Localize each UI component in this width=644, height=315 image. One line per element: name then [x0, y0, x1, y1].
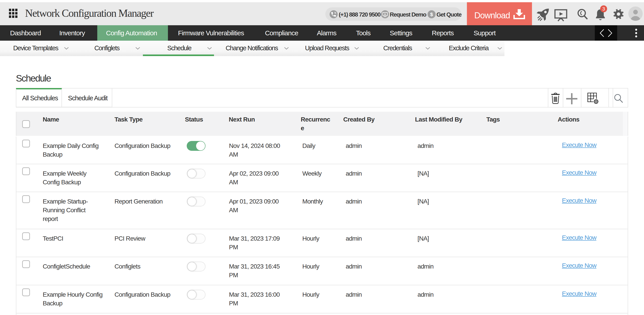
svg-text:$: $: [430, 12, 433, 17]
